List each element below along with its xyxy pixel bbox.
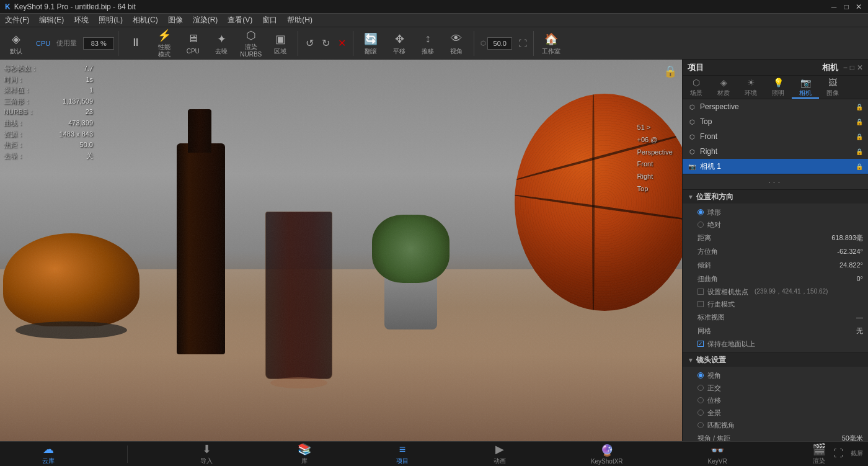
- focal-input[interactable]: [487, 37, 512, 50]
- bottom-tool-project[interactable]: ≡ 项目: [384, 442, 421, 466]
- project-icon: ≡: [399, 443, 406, 456]
- panel-close-btn[interactable]: ✕: [857, 63, 863, 72]
- menu-render[interactable]: 渲染(R): [188, 14, 223, 27]
- tab-image[interactable]: 🖼 图像: [819, 78, 846, 99]
- lens-section-header[interactable]: ▼ 镜头设置: [683, 353, 868, 367]
- minimize-button[interactable]: ─: [828, 1, 839, 12]
- menu-camera[interactable]: 相机(C): [128, 14, 163, 27]
- bottom-tool-keyvr[interactable]: 👓 KeyVR: [696, 442, 740, 466]
- position-section-header[interactable]: ▼ 位置和方向: [683, 190, 868, 204]
- panel-scroll[interactable]: ▼ 位置和方向 球形 绝对 距离 618.893毫: [683, 190, 868, 441]
- maximize-button[interactable]: □: [841, 1, 852, 12]
- tab-material[interactable]: ◈ 材质: [710, 78, 737, 99]
- walk-mode-row[interactable]: 行走模式: [683, 298, 868, 310]
- panel-float-btn[interactable]: □: [850, 63, 854, 72]
- radio-shift[interactable]: 位移: [683, 394, 868, 406]
- panoramic-radio[interactable]: [698, 410, 704, 416]
- match-fov-radio[interactable]: [698, 422, 704, 428]
- tab-lighting[interactable]: 💡 照明: [764, 78, 792, 99]
- toolbar-viewangle[interactable]: 👁 视角: [443, 29, 470, 58]
- import-icon: ⬇: [202, 442, 211, 456]
- camera-tab-icon: 📷: [800, 78, 811, 87]
- radio-panoramic[interactable]: 全景: [683, 406, 868, 419]
- viewangle-label: 视角: [450, 48, 463, 55]
- perspective-radio[interactable]: [698, 372, 704, 379]
- percent-input[interactable]: [83, 37, 114, 50]
- menu-file[interactable]: 文件(F): [0, 14, 34, 27]
- close-scene-icon[interactable]: ✕: [334, 36, 349, 51]
- pause-icon: ⏸: [128, 35, 143, 50]
- camera-view-right[interactable]: ⬡ Right 🔒: [683, 144, 868, 159]
- bottom-tool-keyshot-xr[interactable]: 🔮 KeyShotXR: [578, 442, 636, 466]
- tab-environment[interactable]: ☀ 环境: [737, 78, 764, 99]
- default-label: 默认: [10, 48, 22, 55]
- radio-match-fov[interactable]: 匹配视角: [683, 419, 868, 431]
- radio-orthographic[interactable]: 正交: [683, 382, 868, 394]
- toolbar-pan[interactable]: ✥ 平移: [386, 29, 413, 58]
- keep-above-row[interactable]: ✓ 保持在地面以上: [683, 338, 868, 350]
- close-button[interactable]: ✕: [853, 1, 864, 12]
- radio-perspective[interactable]: 视角: [683, 369, 868, 382]
- position-section: ▼ 位置和方向 球形 绝对 距离 618.893毫: [683, 190, 868, 353]
- toolbar-studio[interactable]: 🏠 工作室: [538, 29, 565, 58]
- keyvr-label: KeyVR: [708, 458, 727, 465]
- panel-camera-label: 相机: [822, 62, 838, 73]
- toolbar-performance[interactable]: ⚡ 性能模式: [151, 29, 178, 58]
- bottom-tool-animation[interactable]: ▶ 动画: [481, 442, 518, 466]
- toolbar-pause[interactable]: ⏸: [122, 29, 149, 58]
- workarea-tab-cpu[interactable]: CPU: [33, 38, 53, 48]
- toolbar-divider-1: [118, 31, 118, 56]
- toolbar-cpu[interactable]: 🖥 CPU: [179, 29, 206, 58]
- camera-view-perspective[interactable]: ⬡ Perspective 🔒: [683, 99, 868, 114]
- menu-image[interactable]: 图像: [163, 14, 188, 27]
- toolbar-render-nurbs[interactable]: ⬡ 渲染NURBS: [236, 29, 265, 58]
- tilt-value: 24.822°: [839, 261, 863, 269]
- viewport-lock-icon: 🔒: [663, 65, 677, 78]
- menu-edit[interactable]: 编辑(E): [34, 14, 69, 27]
- viewport[interactable]: 每秒帧数：7.7 时间：1s 采样值：1 三角形：1,137,509 NURBS…: [0, 60, 682, 441]
- camera-view-front[interactable]: ⬡ Front 🔒: [683, 129, 868, 144]
- bottom-tool-store[interactable]: 📚 库: [285, 442, 324, 466]
- tab-scene[interactable]: ⬡ 场景: [683, 78, 710, 99]
- set-focus-checkbox[interactable]: [698, 289, 704, 295]
- lens-section-title: 镜头设置: [696, 355, 726, 365]
- shift-radio[interactable]: [698, 397, 704, 403]
- menu-view[interactable]: 查看(V): [223, 14, 257, 27]
- radio-spherical[interactable]: 球形: [683, 206, 868, 218]
- menu-window[interactable]: 窗口: [257, 14, 282, 27]
- expand-viewport-btn[interactable]: ⛶: [831, 446, 846, 461]
- radio-absolute[interactable]: 绝对: [683, 218, 868, 231]
- menu-lighting[interactable]: 照明(L): [94, 14, 128, 27]
- walk-mode-checkbox[interactable]: [698, 301, 704, 307]
- redo-icon[interactable]: ↻: [318, 36, 333, 51]
- camera-view-camera1[interactable]: 📷 相机 1 🔒: [683, 159, 868, 174]
- more-options[interactable]: ···: [683, 174, 868, 190]
- toolbar-region[interactable]: ▣ 区域: [267, 29, 294, 58]
- camera-view-top[interactable]: ⬡ Top 🔒: [683, 114, 868, 129]
- toolbar-divider-2: [298, 31, 298, 56]
- workarea-tab-usage[interactable]: 使用量: [54, 37, 79, 49]
- menu-environment[interactable]: 环境: [69, 14, 94, 27]
- tab-camera[interactable]: 📷 相机: [792, 78, 819, 99]
- twist-row: 扭曲角 0°: [683, 272, 868, 285]
- front-icon: ⬡: [688, 132, 696, 141]
- toolbar-default[interactable]: ◈ 默认: [2, 29, 30, 58]
- absolute-radio[interactable]: [698, 222, 704, 228]
- twist-value: 0°: [856, 275, 863, 282]
- menu-help[interactable]: 帮助(H): [282, 14, 317, 27]
- undo-icon[interactable]: ↺: [302, 36, 317, 51]
- panel-collapse-btn[interactable]: −: [843, 63, 848, 72]
- toolbar-flip[interactable]: 🔄 翻滚: [357, 29, 384, 58]
- toolbar-divider-5: [533, 31, 534, 56]
- toolbar-denoise[interactable]: ✦ 去噪: [208, 29, 235, 58]
- screenshot-label[interactable]: 截屏: [851, 449, 863, 458]
- keep-above-checkbox[interactable]: ✓: [698, 341, 704, 347]
- camera1-label: 相机 1: [700, 161, 852, 172]
- set-focus-row[interactable]: 设置相机焦点 (239.99，424.41，150.62): [683, 285, 868, 298]
- bottom-tool-import[interactable]: ⬇ 导入: [188, 442, 225, 466]
- bottom-tool-library[interactable]: ☁ 云库: [30, 442, 67, 466]
- spherical-radio[interactable]: [698, 209, 704, 215]
- tilt-row: 倾斜 24.822°: [683, 258, 868, 272]
- orthographic-radio[interactable]: [698, 385, 704, 391]
- toolbar-push[interactable]: ↕ 推移: [414, 29, 441, 58]
